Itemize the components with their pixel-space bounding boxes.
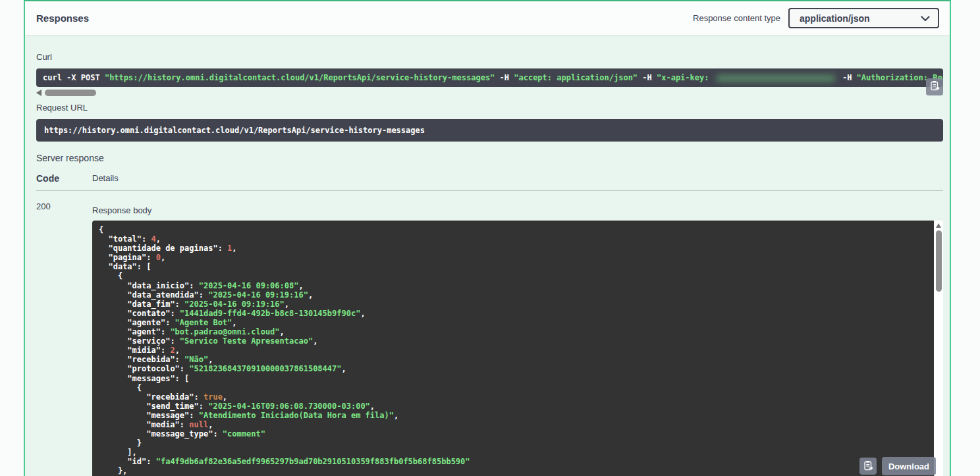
code-token: [99, 327, 127, 336]
server-response-title: Server response: [36, 153, 943, 163]
code-token: [99, 290, 127, 300]
code-token: :: [180, 364, 189, 373]
code-token: "2025-04-16 09:19:16": [208, 290, 308, 300]
code-line: "data_fim": "2025-04-16 09:19:16",: [99, 300, 934, 309]
code-token: ,: [223, 392, 227, 402]
code-token: [99, 336, 127, 346]
code-token: "media": [146, 420, 180, 429]
code-token: ,: [208, 420, 213, 429]
code-token: "2025-04-16 09:06:08": [199, 281, 299, 290]
response-vertical-scrollbar[interactable]: [934, 221, 943, 476]
request-url-value: https://history.omni.digitalcontact.clou…: [36, 119, 943, 142]
horizontal-scroll-thumb[interactable]: [45, 90, 96, 96]
vertical-scroll-thumb[interactable]: [936, 230, 942, 292]
code-token: :: [189, 411, 198, 420]
code-token: [99, 318, 127, 327]
content-type-value: application/json: [800, 13, 921, 24]
code-token: "Servico Teste Apresentacao": [180, 336, 313, 346]
code-line: "pagina": 0,: [99, 253, 934, 262]
code-token: -H: [638, 73, 657, 82]
code-token: :: [175, 355, 184, 364]
code-line: "message_type": "comment": [99, 429, 934, 438]
code-line: "id": "fa4f9db6af82e36a5edf9965297b9ad70…: [99, 457, 934, 466]
response-copy-button[interactable]: [859, 458, 877, 475]
code-token: 0: [156, 253, 161, 262]
code-token: [99, 234, 108, 244]
code-token: "quantidade de paginas": [108, 244, 217, 253]
code-token: :: [175, 300, 184, 309]
code-token: [99, 420, 146, 429]
code-token: "protocolo": [127, 364, 179, 373]
code-token: :: [142, 234, 151, 244]
code-line: },: [99, 466, 934, 475]
code-token: ,: [360, 309, 365, 318]
code-token: },: [99, 466, 127, 475]
code-token: : [: [175, 374, 190, 383]
code-token: ,: [208, 355, 213, 364]
code-line: "media": null,: [99, 420, 934, 429]
code-token: "messages": [127, 374, 175, 383]
curl-horizontal-scrollbar[interactable]: [36, 88, 943, 97]
scroll-left-icon[interactable]: [36, 90, 41, 96]
code-token: :: [146, 253, 155, 262]
code-token: "serviço": [127, 336, 170, 346]
code-token: -H: [838, 73, 857, 82]
code-token: :: [165, 318, 175, 327]
code-token: "recebida": [146, 392, 194, 402]
code-token: 2: [170, 346, 175, 355]
code-token: "comment": [223, 429, 265, 438]
redacted-api-key: [717, 75, 835, 82]
code-token: {: [99, 383, 142, 392]
code-token: [99, 244, 108, 253]
code-line: "messages": [: [99, 374, 934, 383]
code-token: "data_atendida": [127, 290, 198, 300]
code-token: :: [180, 420, 189, 429]
clipboard-icon: [863, 460, 873, 473]
code-token: ,: [161, 253, 165, 262]
code-token: true: [204, 392, 223, 402]
response-details: Response body { "total": 4, "quantidade …: [92, 200, 943, 476]
response-content-type-select[interactable]: application/json: [788, 8, 939, 28]
scroll-up-icon[interactable]: [936, 223, 941, 228]
curl-label: Curl: [36, 52, 943, 62]
code-token: :: [194, 392, 204, 402]
code-token: "midia": [127, 346, 161, 355]
code-token: 4: [151, 234, 155, 244]
code-line: "quantidade de paginas": 1,: [99, 244, 934, 253]
response-body-label: Response body: [92, 205, 943, 215]
code-line: "protocolo": "52182368437091000003786150…: [99, 364, 934, 373]
code-line: "data": [: [99, 262, 934, 271]
code-line: "send_time": "2025-04-16T09:06:08.730000…: [99, 402, 934, 411]
code-token: "521823684370910000037861508447": [189, 364, 341, 373]
code-token: [99, 281, 127, 290]
code-token: null: [189, 420, 208, 429]
curl-copy-button[interactable]: [926, 78, 943, 95]
code-token: {: [99, 271, 122, 280]
code-token: "Atendimento Iniciado(Data Hora em fila)…: [199, 411, 394, 420]
code-token: "recebida": [127, 355, 175, 364]
code-token: curl -X POST: [43, 73, 105, 82]
chevron-down-icon: [921, 13, 930, 24]
code-token: ,: [280, 327, 285, 336]
code-token: "pagina": [108, 253, 146, 262]
download-button[interactable]: Download: [882, 457, 936, 475]
code-token: "bot.padrao@omni.cloud": [170, 327, 279, 336]
code-token: ,: [232, 318, 236, 327]
code-token: "total": [108, 234, 142, 244]
code-token: ,: [394, 411, 398, 420]
code-line: "recebida": "Não",: [99, 355, 934, 364]
code-token: [99, 309, 127, 318]
code-token: [99, 392, 146, 402]
code-token: "https://history.omni.digitalcontact.clo…: [105, 73, 495, 82]
code-token: ,: [285, 300, 289, 309]
code-line: "data_atendida": "2025-04-16 09:19:16",: [99, 290, 934, 300]
code-token: [99, 253, 108, 262]
code-token: "fa4f9db6af82e36a5edf9965297b9ad70b29105…: [156, 457, 470, 466]
code-token: "2025-04-16 09:19:16": [184, 300, 285, 309]
details-column-header: Details: [92, 173, 943, 184]
status-code: 200: [36, 200, 92, 476]
code-token: :: [170, 309, 179, 318]
code-token: :: [199, 402, 208, 411]
code-token: :: [218, 244, 227, 253]
code-token: :: [213, 429, 222, 438]
